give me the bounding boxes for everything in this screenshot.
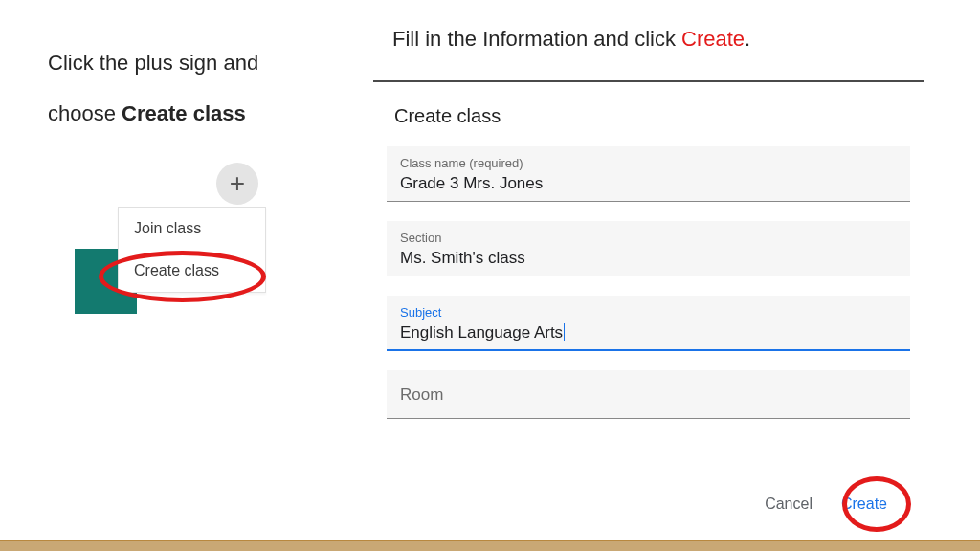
left-line-1: Click the plus sign and (48, 51, 258, 75)
field-classname[interactable]: Class name (required) Grade 3 Mrs. Jones (387, 146, 910, 202)
field-classname-value: Grade 3 Mrs. Jones (400, 174, 897, 193)
create-class-dialog: Create class Class name (required) Grade… (373, 80, 924, 419)
left-line-2b: Create class (122, 101, 246, 125)
field-section[interactable]: Section Ms. Smith's class (387, 221, 910, 276)
menu-create-class[interactable]: Create class (119, 250, 265, 292)
field-subject-label: Subject (400, 305, 897, 320)
field-classname-label: Class name (required) (400, 156, 897, 170)
field-subject[interactable]: Subject English Language Arts (387, 296, 910, 351)
create-button[interactable]: Create (837, 488, 891, 520)
bottom-accent-bar (0, 541, 980, 551)
field-room-label: Room (400, 386, 897, 405)
menu-join-class[interactable]: Join class (119, 208, 265, 250)
field-section-label: Section (400, 231, 897, 245)
dialog-title: Create class (394, 105, 924, 127)
plus-icon: + (230, 170, 245, 197)
plus-menu-block: + Join class Create class (75, 163, 276, 325)
right-suffix: . (745, 27, 750, 51)
cancel-button[interactable]: Cancel (761, 488, 816, 520)
left-line-2a: choose (48, 101, 122, 125)
left-instruction: Click the plus sign and choose Create cl… (48, 38, 335, 140)
field-section-value: Ms. Smith's class (400, 249, 897, 268)
field-room[interactable]: Room (387, 370, 910, 419)
dialog-actions: Cancel Create (373, 488, 924, 520)
field-subject-value: English Language Arts (400, 323, 897, 342)
plus-button[interactable]: + (216, 163, 258, 205)
plus-dropdown: Join class Create class (118, 207, 266, 293)
right-create-word: Create (681, 27, 745, 51)
right-instruction: Fill in the Information and click Create… (392, 27, 750, 52)
right-prefix: Fill in the Information and click (392, 27, 681, 51)
